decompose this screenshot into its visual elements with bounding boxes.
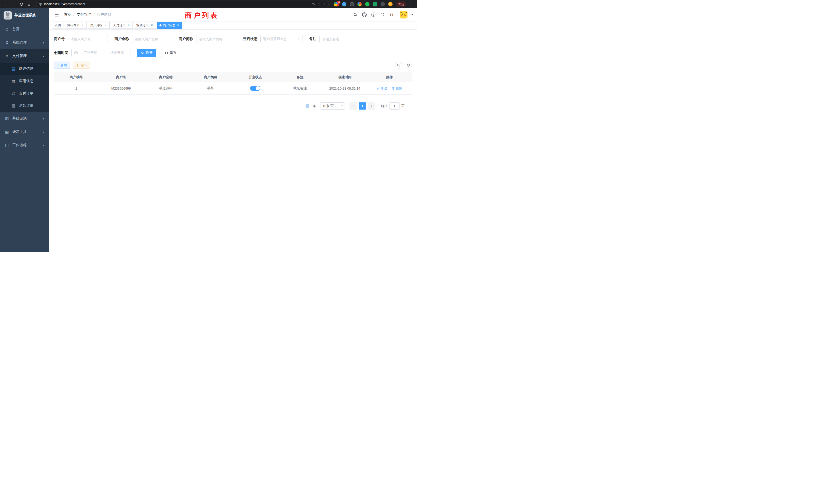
sidebar-item-label: 商户信息 [19,66,34,71]
tab-close-icon[interactable]: × [104,24,107,27]
sidebar-item-home[interactable]: ⊙ 首页 [0,23,49,36]
avatar-caret-down-icon[interactable]: ▾ [411,13,413,17]
sidebar-item-merchant-info[interactable]: ▤ 商户信息 [0,63,49,75]
merchant-no-input[interactable] [68,35,108,43]
col-status: 开启状态 [233,72,278,82]
sidebar-item-system[interactable]: ⚙ 系统管理 ▾ [0,36,49,49]
sidebar-item-infrastructure[interactable]: ▥ 基础设施 ▾ [0,112,49,125]
site-info-icon[interactable] [39,3,42,6]
browser-menu-icon[interactable]: ⋮ [408,2,414,6]
extension-icon-3[interactable] [350,2,354,6]
extension-icon-8[interactable] [388,2,393,6]
home-icon[interactable]: ⌂ [26,1,32,7]
page-number-1[interactable]: 1 [359,102,366,110]
app-logo [4,11,12,20]
workflow-icon: ◫ [5,143,9,147]
forward-icon[interactable]: → [10,1,17,7]
help-icon[interactable]: ? [371,12,376,17]
bookmark-star-icon[interactable]: ☆ [323,2,326,6]
sidebar-item-app-info[interactable]: ▦ 应用信息 [0,75,49,87]
col-create-time: 创建时间 [323,72,367,82]
delete-link[interactable]: 删除 [392,86,402,91]
goto-label: 前往 [381,104,388,108]
extension-icon-6[interactable] [373,2,377,6]
cell-create-time: 2021-10-23 08:31:14 [323,82,367,94]
font-size-icon[interactable]: TT [389,12,394,17]
sidebar-item-label: 支付订单 [19,91,34,96]
prev-page-button[interactable]: ‹ [349,102,357,110]
tab-user-group[interactable]: 用户分组 × [88,22,110,29]
sidebar-item-pay-order[interactable]: ◎ 支付订单 [0,87,49,99]
calendar-icon [74,51,78,55]
full-name-input[interactable] [132,35,172,43]
extension-icon-7[interactable] [380,2,385,6]
hamburger-icon[interactable]: ☰ [53,12,60,18]
address-bar[interactable]: localhost:1024/pay/merchant ☆ [36,1,329,7]
short-name-input[interactable] [196,35,236,43]
url-text[interactable]: localhost:1024/pay/merchant [44,2,310,6]
extension-icon-2[interactable] [342,2,346,6]
extension-icon-4[interactable] [357,2,362,6]
tab-close-icon[interactable]: × [81,24,84,27]
start-date-placeholder: 开始日期 [80,50,101,55]
share-icon[interactable] [317,2,321,6]
tab-process-form[interactable]: 流程表单 × [65,22,87,29]
status-select[interactable]: 请选择开启状态 ▾ [260,35,303,43]
table-header-row: 商户编号 商户号 商户全称 商户简称 开启状态 备注 创建时间 操作 [54,72,412,82]
tab-merchant-info[interactable]: 商户信息 × [157,22,182,29]
col-full-name: 商户全称 [144,72,188,82]
tab-label: 商户信息 [163,23,175,27]
toggle-search-button[interactable] [395,62,402,69]
tab-close-icon[interactable]: × [150,24,154,27]
extension-icon-1[interactable]: 10 [334,2,339,6]
breadcrumb-payment[interactable]: 支付管理 [77,12,91,17]
chrome-update-button[interactable]: 更新 [396,1,407,7]
fullscreen-icon[interactable] [380,12,385,17]
export-button[interactable]: 导出 [73,62,90,69]
tab-home[interactable]: 首页 [53,22,63,29]
user-avatar[interactable] [400,11,408,19]
add-button[interactable]: + 新增 [54,62,70,69]
sidebar-item-dev-tools[interactable]: ▦ 研发工具 ▾ [0,125,49,139]
sidebar-item-refund-order[interactable]: ▧ 退款订单 [0,99,49,112]
cell-merchant-id: 1 [54,82,98,94]
back-icon[interactable]: ← [3,1,9,7]
search-button[interactable]: 搜索 [137,49,156,57]
edit-link[interactable]: 修改 [377,86,387,91]
password-key-icon[interactable] [312,2,315,6]
sidebar-item-workflow[interactable]: ◫ 工作流程 ▾ [0,139,49,152]
yen-icon: ¥ [5,54,9,58]
status-toggle-on[interactable] [250,86,260,91]
search-icon[interactable] [353,12,358,17]
navbar-actions: ? TT [353,11,413,19]
toolbox-icon: ▦ [5,130,9,134]
tab-close-icon[interactable]: × [127,24,130,27]
reset-button[interactable]: 重置 [161,49,180,57]
github-icon[interactable] [362,12,367,17]
tab-pay-order[interactable]: 支付订单 × [111,22,133,29]
chevron-up-icon: ▴ [43,55,44,58]
breadcrumb-home[interactable]: 首页 [64,12,71,17]
sidebar-item-payment[interactable]: ¥ 支付管理 ▴ [0,49,49,63]
pagination: 共 1 条 10条/页 ▾ ‹ 1 › 前往 页 [54,102,412,110]
create-time-range-picker[interactable]: 开始日期 - 结束日期 [71,49,130,57]
next-page-button[interactable]: › [368,102,375,110]
reload-icon[interactable] [18,1,25,7]
page-size-select[interactable]: 10条/页 ▾ [320,102,345,110]
col-merchant-id: 商户编号 [54,72,98,82]
end-date-placeholder: 结束日期 [106,50,128,55]
extension-icon-5[interactable] [365,2,370,6]
goto-page-input[interactable] [389,102,399,110]
date-range-separator: - [103,51,104,55]
tab-label: 用户分组 [90,23,103,27]
refresh-table-button[interactable] [405,62,412,69]
remark-input[interactable] [320,35,367,43]
cell-full-name: 芋道源码 [144,82,188,94]
sidebar-item-label: 应用信息 [19,79,34,84]
tags-view-bar: 首页 流程表单 × 用户分组 × 支付订单 × 退款订单 × 商户信息 × [49,21,417,30]
tab-refund-order[interactable]: 退款订单 × [134,22,156,29]
remark-label: 备注 [309,37,316,41]
breadcrumb-current: 商户信息 [97,12,111,17]
tab-close-icon[interactable]: × [176,24,180,27]
col-remark: 备注 [278,72,322,82]
